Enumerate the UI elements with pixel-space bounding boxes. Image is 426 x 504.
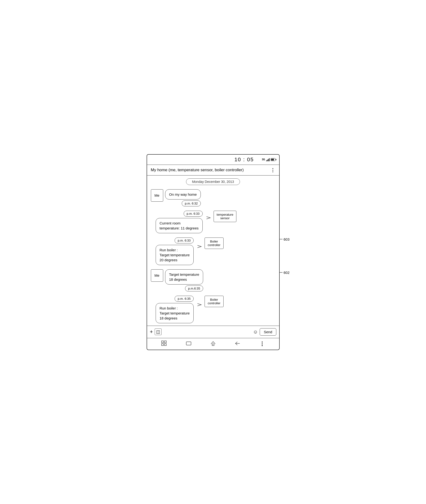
recent-apps-icon[interactable]	[186, 341, 192, 347]
nav-bar: ⋮	[147, 338, 279, 350]
svg-rect-3	[162, 341, 163, 343]
timestamp-3: p.m. 6:33	[175, 238, 194, 244]
svg-rect-5	[162, 344, 163, 346]
sender-boiler-2: Boiler controller	[205, 296, 223, 307]
svg-rect-8	[212, 344, 214, 346]
attach-icon[interactable]: ◫	[155, 329, 162, 335]
message-5: p.m. 6:35 Run boiler : Target temperatur…	[151, 296, 275, 323]
timestamp-5: p.m. 6:35	[175, 296, 194, 302]
date-badge: Monday December 30, 2013	[186, 178, 240, 185]
bubble-3: Run boiler : Target temperature 20 degre…	[156, 245, 194, 265]
svg-rect-4	[164, 341, 166, 343]
avatar-me-1: Me	[151, 189, 163, 202]
message-4: Me Target temperature 18 degrees p.m.6:3…	[151, 269, 275, 291]
send-button[interactable]: Send	[260, 328, 276, 336]
message-input[interactable]	[163, 329, 251, 335]
emoji-button[interactable]: ☺	[253, 329, 258, 335]
network-label: 3G	[262, 158, 265, 161]
svg-rect-6	[164, 344, 166, 346]
bubble-1: On my way home	[165, 189, 201, 200]
add-button[interactable]: +	[150, 329, 153, 335]
arrow-right-icon-2	[206, 215, 211, 220]
sender-boiler-1: Boiler controller	[205, 238, 223, 249]
status-bar: 10 : 05 3G	[147, 155, 279, 165]
home-icon[interactable]	[211, 341, 216, 347]
arrow-right-icon-5	[198, 302, 202, 307]
bubble-4: Target temperature 18 degrees	[165, 269, 203, 285]
arrow-right-icon-3	[198, 244, 202, 249]
chat-header: My home (me, temperature sensor, boiler …	[147, 165, 279, 175]
avatar-me-2: Me	[151, 269, 163, 282]
date-badge-row: Monday December 30, 2013	[147, 175, 279, 187]
chat-title: My home (me, temperature sensor, boiler …	[151, 168, 244, 172]
battery-icon	[271, 158, 275, 161]
nav-more-icon[interactable]: ⋮	[259, 341, 265, 347]
phone-frame: 10 : 05 3G My home (me, temperature sens…	[147, 154, 280, 350]
timestamp-4: p.m.6:35	[185, 286, 203, 291]
status-icons: 3G	[262, 158, 275, 161]
chat-area: Me On my way home p.m. 6:32 p.m. 6:33 Cu…	[147, 187, 279, 326]
more-options-icon[interactable]: ⋮	[270, 167, 275, 173]
bubble-5: Run boiler : Target temperature 18 degre…	[156, 303, 194, 323]
message-2: p.m. 6:33 Current room temperature: 11 d…	[151, 211, 275, 233]
message-1: Me On my way home p.m. 6:32	[151, 189, 275, 206]
input-bar: + ◫ ☺ Send	[147, 326, 279, 338]
timestamp-1: p.m. 6:32	[182, 200, 201, 206]
back-icon[interactable]	[235, 341, 240, 347]
apps-nav-icon[interactable]	[161, 341, 167, 347]
message-3: p.m. 6:33 Run boiler : Target temperatur…	[151, 238, 275, 265]
bubble-2: Current room temperature: 11 degrees	[156, 218, 203, 233]
sender-temp-sensor: temperature sensor	[213, 211, 236, 222]
svg-rect-7	[186, 342, 191, 345]
timestamp-2: p.m. 6:33	[184, 211, 203, 217]
signal-icon	[266, 158, 270, 161]
